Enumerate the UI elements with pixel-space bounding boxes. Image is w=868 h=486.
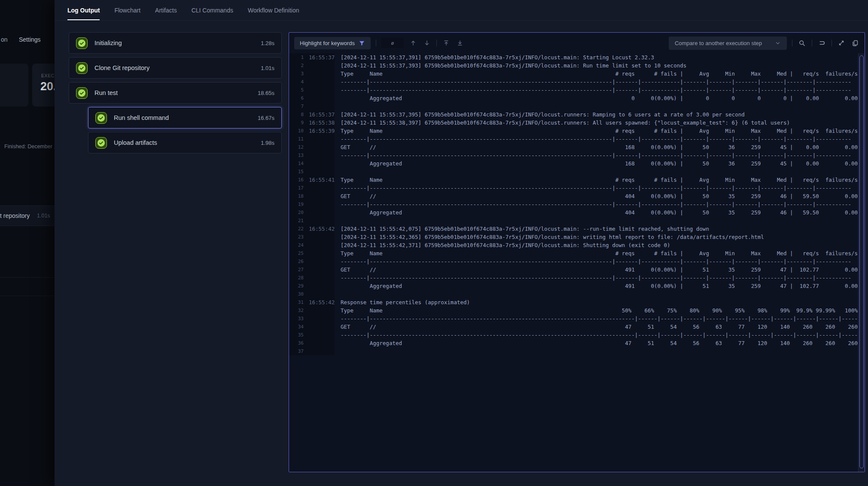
previous-match-button[interactable]	[409, 39, 417, 47]
line-number[interactable]: 19	[289, 200, 304, 208]
line-timestamp	[304, 143, 335, 151]
match-counter: ø	[381, 38, 404, 48]
log-line: 26--------|-----------------------------…	[289, 257, 858, 266]
wrap-lines-button[interactable]	[817, 39, 826, 48]
line-number[interactable]: 8	[289, 110, 304, 119]
line-number[interactable]: 15	[289, 168, 304, 176]
log-line: 12GET // 168 0(0.00%) | 50 36 259 45 | 0…	[289, 143, 858, 151]
line-number[interactable]: 29	[289, 282, 304, 290]
line-number[interactable]: 13	[289, 151, 304, 159]
step-initializing[interactable]: Initializing1.28s	[69, 32, 282, 54]
step-upload-artifacts[interactable]: Upload artifacts1.98s	[88, 132, 282, 153]
line-number[interactable]: 14	[289, 159, 304, 168]
highlight-keywords-button[interactable]: Highlight for keywords	[294, 37, 371, 49]
line-timestamp	[304, 306, 335, 315]
line-number[interactable]: 7	[289, 102, 304, 110]
log-line: 20 Aggregated 404 0(0.00%) | 50 35 259 4…	[289, 208, 858, 217]
line-timestamp	[304, 192, 335, 200]
next-match-button[interactable]	[423, 39, 431, 47]
line-text: Aggregated 0 0(0.00%) | 0 0 0 0 | 0.00 0…	[335, 94, 858, 102]
scrollbar-thumb[interactable]	[859, 55, 864, 468]
line-number[interactable]: 16	[289, 176, 304, 184]
scroll-to-bottom-icon	[457, 40, 463, 46]
background-card	[0, 64, 28, 107]
line-number[interactable]: 34	[289, 323, 304, 331]
line-timestamp	[304, 339, 335, 347]
line-number[interactable]: 22	[289, 225, 304, 233]
toolbar-divider	[792, 40, 792, 46]
compare-select[interactable]: Compare to another execution step	[669, 37, 787, 50]
log-line: 25Type Name # reqs # fails | Avg Min Max…	[289, 249, 858, 257]
line-number[interactable]: 18	[289, 192, 304, 200]
line-number[interactable]: 23	[289, 233, 304, 241]
line-number[interactable]: 12	[289, 143, 304, 151]
line-timestamp: 16:55:39	[304, 127, 335, 135]
line-number[interactable]: 17	[289, 184, 304, 192]
line-timestamp	[304, 94, 335, 102]
line-number[interactable]: 30	[289, 290, 304, 298]
line-timestamp	[304, 168, 335, 176]
background-tab-settings[interactable]: Settings	[19, 36, 41, 43]
line-number[interactable]: 32	[289, 306, 304, 315]
line-number[interactable]: 4	[289, 78, 304, 86]
tab-artifacts[interactable]: Artifacts	[155, 0, 177, 20]
check-circle-icon	[76, 37, 88, 49]
line-text: --------|-------------------------------…	[335, 184, 858, 192]
line-number[interactable]: 21	[289, 217, 304, 225]
line-text	[335, 290, 858, 298]
background-tab-partial[interactable]: on	[1, 36, 8, 43]
expand-button[interactable]	[837, 39, 846, 47]
tab-bar: Log OutputFlowchartArtifactsCLI Commands…	[55, 0, 868, 21]
step-run-test[interactable]: Run test18.65s	[69, 82, 282, 104]
line-timestamp	[304, 249, 335, 257]
scroll-to-bottom-button[interactable]	[456, 39, 464, 47]
line-number[interactable]: 36	[289, 339, 304, 347]
execution-panel: Log OutputFlowchartArtifactsCLI Commands…	[55, 0, 868, 486]
log-scrollbar[interactable]	[858, 53, 865, 472]
line-number[interactable]: 2	[289, 61, 304, 70]
toolbar-divider	[812, 40, 812, 46]
line-timestamp	[304, 217, 335, 225]
line-number[interactable]: 6	[289, 94, 304, 102]
line-text: Aggregated 168 0(0.00%) | 50 36 259 45 |…	[335, 159, 858, 168]
wrap-line-icon	[818, 40, 825, 47]
line-number[interactable]: 33	[289, 315, 304, 323]
search-button[interactable]	[798, 39, 807, 48]
line-number[interactable]: 28	[289, 274, 304, 282]
line-number[interactable]: 5	[289, 86, 304, 94]
line-number[interactable]: 26	[289, 257, 304, 266]
log-line: 7	[289, 102, 858, 110]
line-number[interactable]: 37	[289, 347, 304, 355]
line-number[interactable]: 31	[289, 298, 304, 306]
tab-log-output[interactable]: Log Output	[67, 0, 100, 20]
line-timestamp	[304, 135, 335, 143]
line-number[interactable]: 27	[289, 266, 304, 274]
background-step-row[interactable]: t repository 1.01s	[0, 205, 55, 226]
line-number[interactable]: 24	[289, 241, 304, 249]
line-timestamp	[304, 323, 335, 331]
line-number[interactable]: 10	[289, 127, 304, 135]
line-timestamp	[304, 70, 335, 78]
line-number[interactable]: 3	[289, 70, 304, 78]
log-line: 2216:55:42[2024-12-11 15:55:42,075] 6759…	[289, 225, 858, 233]
copy-button[interactable]	[851, 39, 859, 47]
metric-label: EXEC	[41, 73, 55, 78]
line-timestamp	[304, 290, 335, 298]
line-timestamp	[304, 159, 335, 168]
line-number[interactable]: 1	[289, 53, 304, 61]
line-number[interactable]: 25	[289, 249, 304, 257]
scroll-to-top-button[interactable]	[442, 39, 451, 47]
line-number[interactable]: 20	[289, 208, 304, 217]
line-number[interactable]: 11	[289, 135, 304, 143]
tab-workflow-definition[interactable]: Workflow Definition	[248, 0, 299, 20]
log-output-panel: Highlight for keywords ø	[289, 32, 865, 472]
line-number[interactable]: 9	[289, 119, 304, 127]
step-run-shell-command[interactable]: Run shell command16.67s	[88, 107, 282, 128]
line-text: Aggregated 404 0(0.00%) | 50 35 259 46 |…	[335, 208, 858, 217]
scroll-to-top-icon	[443, 40, 450, 46]
tab-flowchart[interactable]: Flowchart	[114, 0, 140, 20]
line-text: [2024-12-11 15:55:38,397] 6759b5eb01be01…	[335, 119, 858, 127]
line-number[interactable]: 35	[289, 331, 304, 339]
tab-cli-commands[interactable]: CLI Commands	[192, 0, 233, 20]
step-clone-git-repository[interactable]: Clone Git repository1.01s	[69, 57, 282, 79]
